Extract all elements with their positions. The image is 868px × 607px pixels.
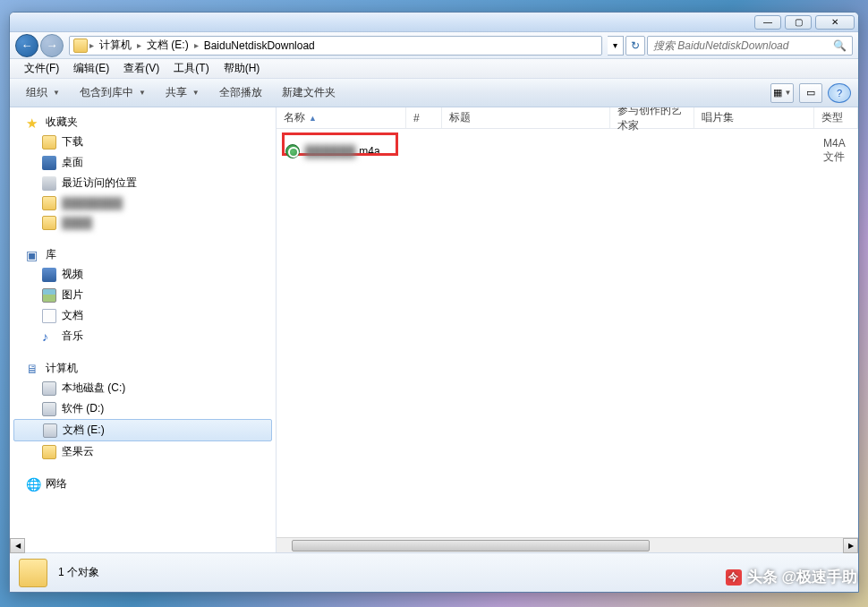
explorer-window: — ▢ ✕ ← → ▸ 计算机 ▸ 文档 (E:) ▸ BaiduNetdisk…: [9, 12, 859, 593]
picture-icon: [42, 288, 56, 303]
scroll-track[interactable]: [292, 538, 843, 552]
column-type[interactable]: 类型: [814, 107, 858, 128]
file-list[interactable]: ██████.m4a M4A 文件: [277, 129, 858, 537]
refresh-button[interactable]: ↻: [625, 36, 645, 56]
column-artist[interactable]: 参与创作的艺术家: [610, 107, 694, 128]
sidebar-libraries[interactable]: ▣库: [10, 245, 276, 264]
library-icon: ▣: [26, 248, 40, 262]
chevron-right-icon[interactable]: ▸: [135, 40, 143, 50]
recent-icon: [42, 176, 56, 191]
sidebar-item-recent[interactable]: 最近访问的位置: [10, 173, 276, 193]
folder-icon: [42, 196, 56, 210]
computer-icon: 🖥: [26, 362, 40, 376]
back-button[interactable]: ←: [15, 34, 38, 57]
menu-file[interactable]: 文件(F): [17, 61, 66, 76]
sidebar-item-video[interactable]: 视频: [10, 264, 276, 285]
search-input[interactable]: [653, 39, 833, 52]
folder-big-icon: [19, 559, 47, 587]
sidebar-item-drive-e[interactable]: 文档 (E:): [13, 419, 272, 441]
file-row[interactable]: ██████.m4a M4A 文件: [277, 134, 858, 167]
watermark-icon: 今: [726, 569, 742, 586]
column-headers: 名称▲ # 标题 参与创作的艺术家 唱片集 类型: [277, 107, 858, 129]
drive-icon: [42, 381, 56, 396]
file-view: 名称▲ # 标题 参与创作的艺术家 唱片集 类型 ██████.m4a: [277, 107, 858, 552]
status-text: 1 个对象: [58, 565, 99, 580]
video-icon: [42, 268, 56, 282]
menu-help[interactable]: 帮助(H): [217, 61, 268, 76]
toolbar: 组织▼ 包含到库中▼ 共享▼ 全部播放 新建文件夹 ▦▼ ▭ ?: [10, 79, 858, 107]
sort-arrow-icon: ▲: [309, 114, 317, 123]
help-button[interactable]: ?: [828, 83, 851, 103]
sidebar-item-drive-c[interactable]: 本地磁盘 (C:): [10, 378, 276, 398]
desktop-icon: [42, 156, 56, 170]
drive-icon: [42, 402, 56, 416]
horizontal-scrollbar[interactable]: ◀ ▶: [277, 537, 858, 552]
minimize-button[interactable]: —: [754, 15, 781, 30]
sidebar-item-pictures[interactable]: 图片: [10, 285, 276, 305]
column-album[interactable]: 唱片集: [694, 107, 814, 128]
forward-button[interactable]: →: [40, 34, 64, 57]
file-type: M4A 文件: [814, 137, 858, 165]
folder-icon: [42, 445, 56, 459]
content-area: ★收藏夹 下载 桌面 最近访问的位置 ████████ ████ ▣库 视频 图…: [10, 107, 858, 552]
sidebar-item-desktop[interactable]: 桌面: [10, 152, 276, 173]
close-button[interactable]: ✕: [815, 15, 855, 30]
folder-icon: [73, 38, 88, 53]
breadcrumb[interactable]: ▸ 计算机 ▸ 文档 (E:) ▸ BaiduNetdiskDownload: [69, 36, 602, 56]
sidebar-item-jianguo[interactable]: 坚果云: [10, 441, 276, 462]
folder-icon: [42, 216, 56, 230]
document-icon: [42, 309, 56, 323]
drive-icon: [43, 423, 57, 438]
menu-view[interactable]: 查看(V): [116, 61, 166, 76]
sidebar-item-drive-d[interactable]: 软件 (D:): [10, 398, 276, 419]
breadcrumb-drive[interactable]: 文档 (E:): [143, 38, 192, 53]
play-all-button[interactable]: 全部播放: [210, 81, 271, 104]
navbar: ← → ▸ 计算机 ▸ 文档 (E:) ▸ BaiduNetdiskDownlo…: [10, 32, 858, 59]
sidebar-item-blurred[interactable]: ████████: [10, 193, 276, 213]
search-box[interactable]: 🔍: [647, 36, 853, 56]
star-icon: ★: [26, 115, 40, 130]
breadcrumb-folder[interactable]: BaiduNetdiskDownload: [200, 39, 319, 52]
sidebar-computer[interactable]: 🖥计算机: [10, 359, 276, 378]
view-mode-button[interactable]: ▦▼: [770, 83, 794, 103]
sidebar: ★收藏夹 下载 桌面 最近访问的位置 ████████ ████ ▣库 视频 图…: [10, 107, 277, 552]
sidebar-item-documents[interactable]: 文档: [10, 305, 276, 326]
maximize-button[interactable]: ▢: [785, 15, 812, 30]
column-name[interactable]: 名称▲: [277, 107, 406, 128]
search-icon[interactable]: 🔍: [833, 39, 847, 52]
m4a-file-icon: [285, 144, 300, 158]
include-library-button[interactable]: 包含到库中▼: [71, 81, 155, 104]
scroll-right-button[interactable]: ▶: [843, 538, 858, 553]
menu-tools[interactable]: 工具(T): [166, 61, 216, 76]
breadcrumb-computer[interactable]: 计算机: [96, 38, 135, 53]
sidebar-item-downloads[interactable]: 下载: [10, 132, 276, 152]
file-ext: .m4a: [356, 145, 380, 158]
watermark: 今 头条 @极速手助: [726, 567, 857, 587]
menubar: 文件(F) 编辑(E) 查看(V) 工具(T) 帮助(H): [10, 59, 858, 79]
chevron-right-icon[interactable]: ▸: [192, 40, 200, 50]
chevron-right-icon[interactable]: ▸: [88, 40, 96, 50]
sidebar-favorites[interactable]: ★收藏夹: [10, 113, 276, 132]
organize-button[interactable]: 组织▼: [17, 81, 69, 104]
scroll-thumb[interactable]: [292, 540, 650, 551]
share-button[interactable]: 共享▼: [157, 81, 208, 104]
menu-edit[interactable]: 编辑(E): [66, 61, 116, 76]
file-name-blurred: ██████: [305, 145, 356, 158]
column-title[interactable]: 标题: [442, 107, 610, 128]
sidebar-item-blurred[interactable]: ████: [10, 213, 276, 233]
titlebar: — ▢ ✕: [10, 13, 858, 32]
folder-icon: [42, 135, 56, 150]
new-folder-button[interactable]: 新建文件夹: [273, 81, 345, 104]
column-number[interactable]: #: [406, 107, 442, 128]
breadcrumb-dropdown[interactable]: ▾: [608, 36, 624, 56]
sidebar-item-music[interactable]: ♪音乐: [10, 326, 276, 346]
preview-pane-button[interactable]: ▭: [799, 83, 822, 103]
sidebar-network[interactable]: 🌐网络: [10, 474, 276, 493]
music-icon: ♪: [42, 329, 56, 344]
network-icon: 🌐: [26, 477, 40, 492]
